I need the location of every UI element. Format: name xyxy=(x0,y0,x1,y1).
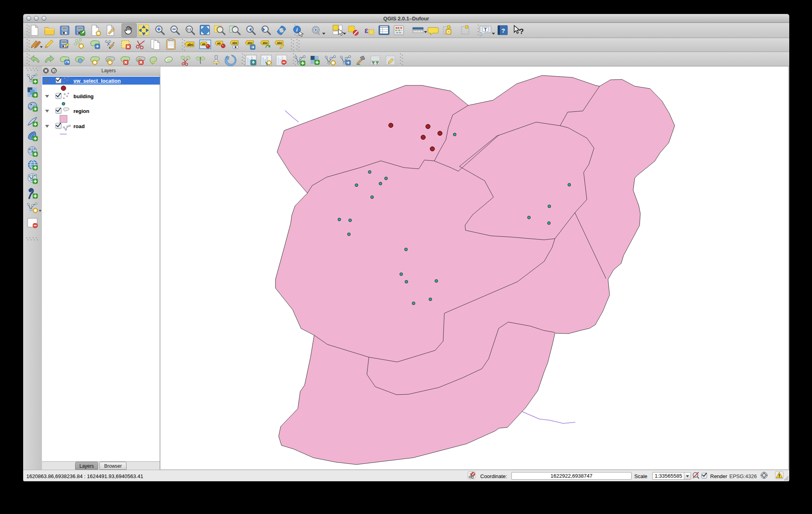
svg-text:abc: abc xyxy=(263,41,268,45)
svg-text:T: T xyxy=(484,27,487,32)
svg-text:i: i xyxy=(296,27,298,33)
svg-text:1:1: 1:1 xyxy=(187,28,191,31)
svg-text:ab: ab xyxy=(217,42,221,45)
svg-text:abc: abc xyxy=(248,41,253,45)
svg-text:?: ? xyxy=(519,28,524,36)
svg-text:ε: ε xyxy=(364,26,368,35)
svg-text:abc: abc xyxy=(277,41,282,45)
svg-text:abc: abc xyxy=(232,41,238,45)
svg-text:?: ? xyxy=(501,27,505,34)
svg-text:ab: ab xyxy=(202,42,206,46)
